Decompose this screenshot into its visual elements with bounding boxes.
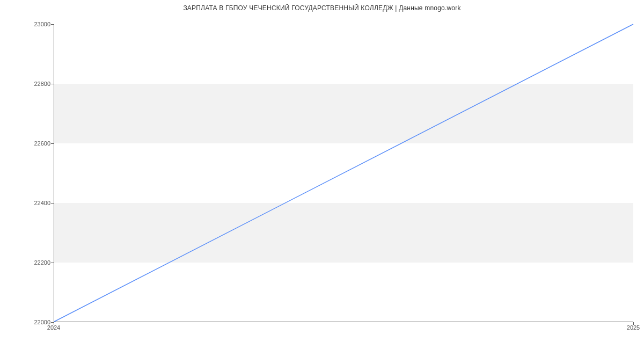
chart-title: ЗАРПЛАТА В ГБПОУ ЧЕЧЕНСКИЙ ГОСУДАРСТВЕНН… (0, 4, 644, 12)
x-tick-label: 2025 (627, 324, 640, 331)
plot-area (54, 24, 633, 322)
y-tick-label: 22400 (34, 200, 50, 206)
line-layer (54, 24, 633, 322)
y-tick-label: 22600 (34, 140, 50, 147)
data-line (54, 24, 633, 322)
y-tick-label: 22800 (34, 81, 50, 87)
chart-container: ЗАРПЛАТА В ГБПОУ ЧЕЧЕНСКИЙ ГОСУДАРСТВЕНН… (0, 0, 644, 338)
y-tick-label: 23000 (34, 21, 50, 27)
x-tick-mark (633, 322, 634, 325)
x-tick-mark (54, 322, 54, 325)
x-tick-label: 2024 (47, 324, 60, 331)
y-tick-label: 22200 (34, 259, 50, 266)
